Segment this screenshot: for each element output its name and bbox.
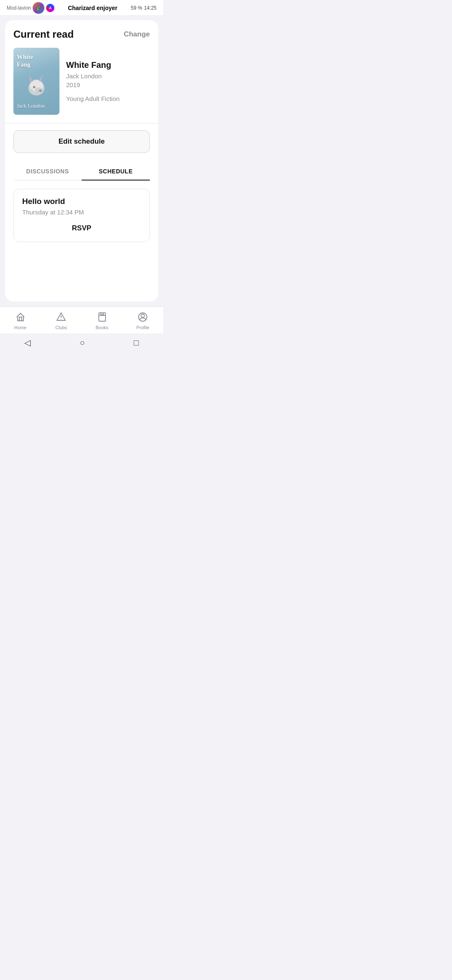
event-title: Hello world xyxy=(22,197,141,206)
svg-point-18 xyxy=(141,314,144,317)
schedule-event-card: Hello world Thursday at 12:34 PM RSVP xyxy=(13,189,150,242)
tab-discussions[interactable]: DISCUSSIONS xyxy=(13,163,82,181)
home-icon xyxy=(15,312,26,324)
status-bar: Mod·lavion 🐲 A Charizard enjoyer 59 % 14… xyxy=(0,0,163,15)
bottom-nav: Home Clubs Books xyxy=(0,307,163,333)
run-by-label: Mod·lavion xyxy=(7,5,31,11)
profile-icon xyxy=(138,312,148,324)
book-title: White Fang xyxy=(66,60,120,70)
clubs-icon xyxy=(56,312,66,324)
svg-point-8 xyxy=(34,86,35,87)
nav-item-clubs[interactable]: Clubs xyxy=(41,310,82,332)
nav-item-books[interactable]: Books xyxy=(82,310,123,332)
book-section: WhiteFang xyxy=(13,48,150,115)
rsvp-button[interactable]: RSVP xyxy=(22,222,141,234)
home-button[interactable]: ○ xyxy=(80,338,85,348)
home-label: Home xyxy=(14,325,26,330)
battery-indicator: 59 % xyxy=(131,5,142,11)
change-button[interactable]: Change xyxy=(124,30,150,39)
cover-title: WhiteFang xyxy=(17,53,33,68)
system-nav: ◁ ○ □ xyxy=(0,333,163,353)
book-genre: Young Adult Fiction xyxy=(66,95,120,102)
wolf-illustration xyxy=(22,72,51,101)
book-author: Jack London xyxy=(66,72,120,80)
book-year: 2019 xyxy=(66,81,120,88)
tab-schedule[interactable]: SCHEDULE xyxy=(82,163,150,181)
club-name: Charizard enjoyer xyxy=(68,5,117,11)
book-cover: WhiteFang xyxy=(13,48,59,115)
books-label: Books xyxy=(95,325,108,330)
profile-label: Profile xyxy=(136,325,149,330)
card-header: Current read Change xyxy=(13,28,150,40)
main-card: Current read Change WhiteFang xyxy=(5,20,158,302)
svg-marker-4 xyxy=(39,75,43,82)
status-right: 59 % 14:25 xyxy=(131,5,157,11)
book-details: White Fang Jack London 2019 Young Adult … xyxy=(66,48,120,115)
nav-item-home[interactable]: Home xyxy=(0,310,41,332)
event-time: Thursday at 12:34 PM xyxy=(22,209,141,216)
back-button[interactable]: ◁ xyxy=(24,338,31,348)
edit-schedule-button[interactable]: Edit schedule xyxy=(13,130,150,153)
tab-bar: DISCUSSIONS SCHEDULE xyxy=(13,163,150,181)
nav-item-profile[interactable]: Profile xyxy=(123,310,164,332)
user-avatar: 🐲 xyxy=(33,2,44,14)
cover-author: Jack London xyxy=(17,103,45,109)
card-title: Current read xyxy=(13,28,74,40)
clubs-label: Clubs xyxy=(55,325,67,330)
section-divider xyxy=(5,123,158,124)
time-display: 14:25 xyxy=(144,5,157,11)
recent-button[interactable]: □ xyxy=(134,338,139,348)
svg-point-7 xyxy=(33,86,35,88)
books-icon xyxy=(97,312,107,324)
aurora-icon: A xyxy=(46,4,54,12)
svg-point-9 xyxy=(39,90,42,92)
status-left: Mod·lavion 🐲 A xyxy=(7,2,54,14)
